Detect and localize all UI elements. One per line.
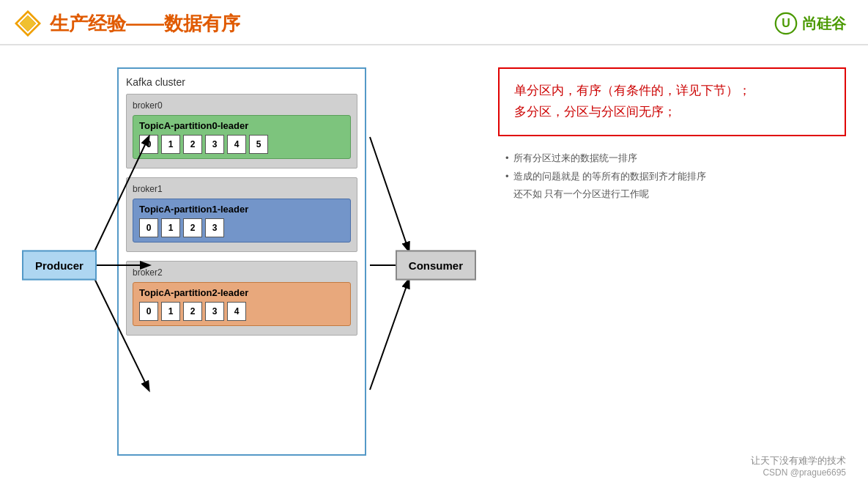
- cell-0-4: 4: [227, 135, 246, 154]
- partition0-cells: 0 1 2 3 4 5: [139, 135, 344, 154]
- diagram-area: Producer Kafka cluster broker0 TopicA-pa…: [22, 60, 476, 470]
- partition2-title: TopicA-partition2-leader: [139, 287, 344, 298]
- note-text-1: 所有分区过来的数据统一排序: [513, 151, 637, 166]
- red-info-line-1: 单分区内，有序（有条件的，详见下节）；: [514, 81, 830, 102]
- partition-box-0: TopicA-partition0-leader 0 1 2 3 4 5: [133, 115, 351, 159]
- svg-text:U: U: [782, 17, 790, 29]
- cell-0-5: 5: [249, 135, 268, 154]
- cell-1-3: 3: [205, 218, 224, 237]
- red-info-line-2: 多分区，分区与分区间无序；: [514, 102, 830, 123]
- partition-box-1: TopicA-partition1-leader 0 1 2 3: [133, 199, 351, 242]
- broker-box-2: broker2 TopicA-partition2-leader 0 1 2 3…: [126, 261, 357, 336]
- kafka-cluster: Kafka cluster broker0 TopicA-partition0-…: [117, 67, 366, 456]
- cell-0-2: 2: [183, 135, 202, 154]
- logo-icon: U: [774, 12, 798, 35]
- footer-slogan: 让天下没有难学的技术: [751, 454, 846, 467]
- broker2-label: broker2: [133, 267, 351, 278]
- cell-2-4: 4: [227, 302, 246, 321]
- broker-box-0: broker0 TopicA-partition0-leader 0 1 2 3…: [126, 94, 357, 169]
- producer-box: Producer: [22, 251, 97, 281]
- header: 生产经验——数据有序 U 尚硅谷: [0, 0, 868, 45]
- cell-2-3: 3: [205, 302, 224, 321]
- consumer-box: Consumer: [396, 251, 476, 281]
- note-item-1: • 所有分区过来的数据统一排序: [505, 151, 839, 166]
- logo-area: U 尚硅谷: [774, 12, 846, 35]
- note-text-2: 造成的问题就是 的等所有的数据到齐才能排序: [513, 169, 707, 185]
- cell-1-2: 2: [183, 218, 202, 237]
- cell-2-1: 1: [161, 302, 180, 321]
- info-area: 单分区内，有序（有条件的，详见下节）； 多分区，分区与分区间无序； • 所有分区…: [498, 60, 846, 470]
- footer-watermark: 让天下没有难学的技术 CSDN @prague6695: [751, 454, 846, 478]
- broker1-label: broker1: [133, 184, 351, 194]
- consumer-label: Consumer: [409, 259, 463, 272]
- broker0-label: broker0: [133, 100, 351, 111]
- cell-2-2: 2: [183, 302, 202, 321]
- page-title: 生产经验——数据有序: [50, 11, 240, 37]
- main-content: Producer Kafka cluster broker0 TopicA-pa…: [0, 45, 868, 478]
- partition1-cells: 0 1 2 3: [139, 218, 344, 237]
- svg-line-7: [370, 137, 409, 251]
- bullet-1: •: [505, 151, 509, 166]
- broker-box-1: broker1 TopicA-partition1-leader 0 1 2 3: [126, 177, 357, 252]
- note-text-3: 还不如 只有一个分区进行工作呢: [513, 187, 650, 202]
- partition0-title: TopicA-partition0-leader: [139, 120, 344, 131]
- cell-0-3: 3: [205, 135, 224, 154]
- note-item-2: • 造成的问题就是 的等所有的数据到齐才能排序: [505, 169, 839, 185]
- red-info-box: 单分区内，有序（有条件的，详见下节）； 多分区，分区与分区间无序；: [498, 67, 846, 136]
- kafka-cluster-label: Kafka cluster: [126, 76, 357, 88]
- header-left: 生产经验——数据有序: [15, 10, 240, 37]
- partition2-cells: 0 1 2 3 4: [139, 302, 344, 321]
- diamond-icon: [15, 10, 41, 37]
- cell-2-0: 0: [139, 302, 158, 321]
- producer-label: Producer: [35, 259, 84, 272]
- cell-0-0: 0: [139, 135, 158, 154]
- bullet-2: •: [505, 169, 509, 185]
- note-item-3: • 还不如 只有一个分区进行工作呢: [505, 187, 839, 202]
- partition-box-2: TopicA-partition2-leader 0 1 2 3 4: [133, 282, 351, 326]
- logo-text: 尚硅谷: [802, 14, 846, 34]
- notes-box: • 所有分区过来的数据统一排序 • 造成的问题就是 的等所有的数据到齐才能排序 …: [498, 151, 846, 205]
- footer-csdn: CSDN @prague6695: [751, 467, 846, 478]
- svg-line-9: [370, 280, 409, 390]
- cell-1-1: 1: [161, 218, 180, 237]
- partition1-title: TopicA-partition1-leader: [139, 204, 344, 215]
- cell-0-1: 1: [161, 135, 180, 154]
- cell-1-0: 0: [139, 218, 158, 237]
